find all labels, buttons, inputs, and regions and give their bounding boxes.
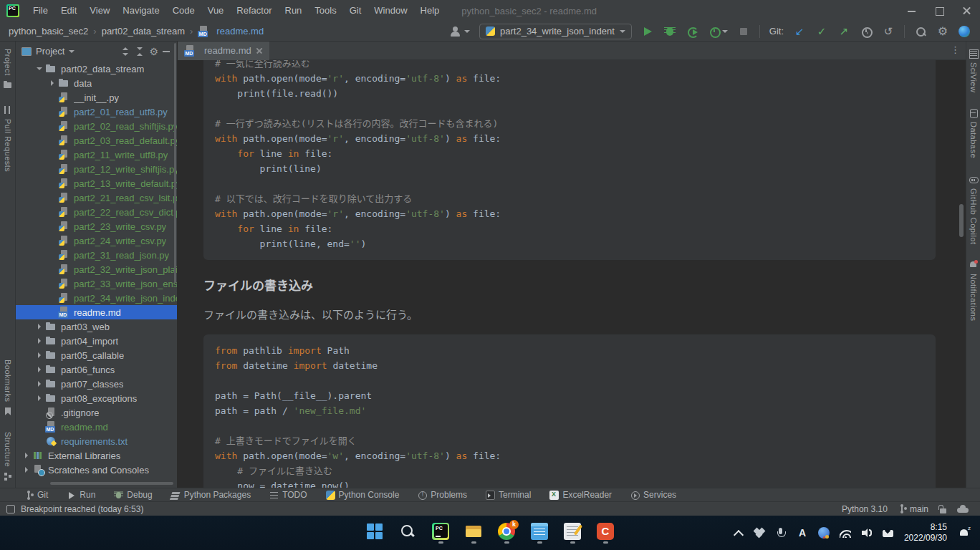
git-push-button[interactable]: ↗ bbox=[837, 25, 850, 38]
hide-panel-button[interactable] bbox=[163, 51, 170, 52]
run-button[interactable] bbox=[641, 25, 654, 38]
tree-item-readme-md[interactable]: readme.md bbox=[16, 420, 177, 434]
lock-icon[interactable] bbox=[938, 505, 947, 513]
tree-item-part05-callable[interactable]: part05_callable bbox=[16, 348, 177, 362]
code-with-me-button[interactable] bbox=[959, 26, 970, 37]
tree-item-part2-33-write-json-ensure-[interactable]: part2_33_write_json_ensure_ bbox=[16, 276, 177, 291]
tool-window-tab-sciview[interactable]: SciView bbox=[969, 49, 978, 92]
tool-window-tab-notifications[interactable]: Notifications bbox=[969, 260, 978, 321]
taskbar-clock[interactable]: 8:15 2022/09/30 bbox=[904, 522, 947, 544]
minimize-button[interactable] bbox=[898, 0, 926, 21]
maximize-button[interactable] bbox=[926, 0, 953, 21]
taskbar-camtasia[interactable]: C bbox=[596, 523, 615, 544]
cloud-sync-icon[interactable] bbox=[957, 505, 969, 513]
profiler-button[interactable] bbox=[708, 25, 728, 38]
tool-window-button-services[interactable]: Services bbox=[630, 490, 676, 500]
tree-vertical-scrollbar[interactable] bbox=[174, 43, 176, 283]
taskbar-notepad[interactable] bbox=[530, 523, 549, 544]
tool-window-button-debug[interactable]: Debug bbox=[114, 490, 152, 500]
tool-window-button-python-console[interactable]: Python Console bbox=[326, 490, 400, 500]
tree-item-part2-13-write-default-py[interactable]: part2_13_write_default.py bbox=[16, 176, 177, 190]
taskbar-explorer[interactable] bbox=[464, 523, 483, 544]
tree-item-external-libraries[interactable]: External Libraries bbox=[16, 448, 177, 463]
tree-chevron-right-icon[interactable] bbox=[34, 322, 45, 332]
tool-window-button-python-packages[interactable]: Python Packages bbox=[171, 490, 251, 500]
debug-button[interactable] bbox=[663, 25, 676, 38]
chevron-down-icon[interactable] bbox=[69, 50, 75, 53]
editor-scrollbar[interactable] bbox=[959, 204, 964, 237]
taskbar-search[interactable] bbox=[398, 523, 417, 544]
menu-edit[interactable]: Edit bbox=[54, 0, 83, 21]
tree-chevron-right-icon[interactable] bbox=[21, 465, 32, 475]
tray-app-icon[interactable] bbox=[818, 527, 830, 539]
tree-chevron-right-icon[interactable] bbox=[34, 379, 45, 389]
tree-chevron-right-icon[interactable] bbox=[21, 450, 32, 460]
tree-item-part03-web[interactable]: part03_web bbox=[16, 319, 177, 334]
breadcrumb-item[interactable]: part02_data_stream bbox=[102, 26, 185, 37]
taskbar-chrome[interactable]: k bbox=[497, 523, 516, 544]
git-update-button[interactable]: ↙ bbox=[793, 25, 806, 38]
taskbar-pycharm[interactable]: PC bbox=[431, 523, 450, 544]
status-message[interactable]: Breakpoint reached (today 6:53) bbox=[21, 504, 143, 514]
tab-readme[interactable]: readme.md bbox=[178, 42, 269, 60]
tree-chevron-down-icon[interactable] bbox=[34, 64, 45, 74]
run-configuration-select[interactable]: part2_34_write_json_indent bbox=[479, 24, 632, 39]
tree-item-requirements-txt[interactable]: requirements.txt bbox=[16, 434, 177, 448]
notification-bell-icon[interactable] bbox=[959, 527, 970, 539]
tool-window-tab-bookmarks[interactable]: Bookmarks bbox=[3, 360, 12, 416]
start-button[interactable] bbox=[365, 523, 384, 544]
tool-window-button-todo[interactable]: TODO bbox=[269, 490, 307, 500]
tree-item-data[interactable]: data bbox=[16, 76, 177, 90]
menu-tools[interactable]: Tools bbox=[308, 0, 342, 21]
tree-item-part2-01-read-utf8-py[interactable]: part2_01_read_utf8.py bbox=[16, 105, 177, 119]
menu-file[interactable]: File bbox=[27, 0, 54, 21]
tree-item--init-py[interactable]: __init__.py bbox=[16, 90, 177, 105]
stop-button[interactable] bbox=[737, 25, 750, 38]
project-panel-title[interactable]: Project bbox=[36, 46, 64, 57]
tree-chevron-right-icon[interactable] bbox=[47, 78, 58, 88]
microphone-icon[interactable] bbox=[775, 527, 787, 539]
tree-item-part2-03-read-default-py[interactable]: part2_03_read_default.py bbox=[16, 133, 177, 148]
menu-git[interactable]: Git bbox=[343, 0, 368, 21]
tree-item-part02-data-stream[interactable]: part02_data_stream bbox=[16, 62, 177, 76]
menu-refactor[interactable]: Refactor bbox=[230, 0, 278, 21]
tool-window-button-git[interactable]: Git bbox=[24, 490, 48, 500]
tree-item-part07-classes[interactable]: part07_classes bbox=[16, 377, 177, 391]
tool-window-tab-project[interactable]: Project bbox=[3, 49, 12, 90]
menu-view[interactable]: View bbox=[83, 0, 116, 21]
tray-overflow-chevron-icon[interactable] bbox=[732, 527, 744, 539]
dropbox-icon[interactable] bbox=[754, 527, 765, 539]
tool-window-tab-structure[interactable]: Structure bbox=[3, 432, 12, 481]
expand-all-button[interactable] bbox=[120, 47, 130, 57]
collapse-all-button[interactable] bbox=[135, 47, 145, 57]
git-branch-widget[interactable]: main bbox=[898, 504, 928, 514]
tool-window-button-excelreader[interactable]: ExcelReader bbox=[549, 490, 612, 500]
python-interpreter[interactable]: Python 3.10 bbox=[842, 504, 888, 514]
tree-item-scratches-and-consoles[interactable]: Scratches and Consoles bbox=[16, 463, 177, 477]
tool-window-tab-pull-requests[interactable]: Pull Requests bbox=[3, 105, 12, 172]
menu-run[interactable]: Run bbox=[279, 0, 309, 21]
tree-item-part2-34-write-json-indent-p[interactable]: part2_34_write_json_indent.p bbox=[16, 291, 177, 305]
history-button[interactable] bbox=[860, 25, 873, 38]
close-button[interactable] bbox=[953, 0, 980, 21]
tree-item-part2-23-write-csv-py[interactable]: part2_23_write_csv.py bbox=[16, 219, 177, 233]
tree-chevron-right-icon[interactable] bbox=[34, 365, 45, 375]
tree-item-part06-funcs[interactable]: part06_funcs bbox=[16, 362, 177, 377]
breadcrumb-item[interactable]: readme.md bbox=[216, 26, 264, 37]
tree-item--gitignore[interactable]: .gitignore bbox=[16, 405, 177, 420]
volume-icon[interactable] bbox=[861, 527, 873, 539]
search-everywhere-button[interactable] bbox=[914, 25, 927, 38]
tree-horizontal-scrollbar[interactable] bbox=[50, 482, 173, 485]
tree-item-readme-md[interactable]: readme.md bbox=[16, 305, 177, 319]
tree-item-part2-21-read-csv-lsit-py[interactable]: part2_21_read_csv_lsit.py bbox=[16, 190, 177, 205]
menu-code[interactable]: Code bbox=[166, 0, 201, 21]
tool-window-button-terminal[interactable]: Terminal bbox=[486, 490, 531, 500]
ime-mode-indicator[interactable]: A bbox=[797, 527, 808, 539]
panel-settings-button[interactable]: ⚙ bbox=[149, 47, 158, 57]
rollback-button[interactable]: ↺ bbox=[882, 25, 895, 38]
tree-chevron-right-icon[interactable] bbox=[34, 336, 45, 346]
close-tab-icon[interactable] bbox=[256, 47, 263, 54]
tree-item-part2-31-read-json-py[interactable]: part2_31_read_json.py bbox=[16, 248, 177, 262]
tree-item-part2-11-write-utf8-py[interactable]: part2_11_write_utf8.py bbox=[16, 148, 177, 162]
settings-button[interactable]: ⚙ bbox=[936, 25, 949, 38]
